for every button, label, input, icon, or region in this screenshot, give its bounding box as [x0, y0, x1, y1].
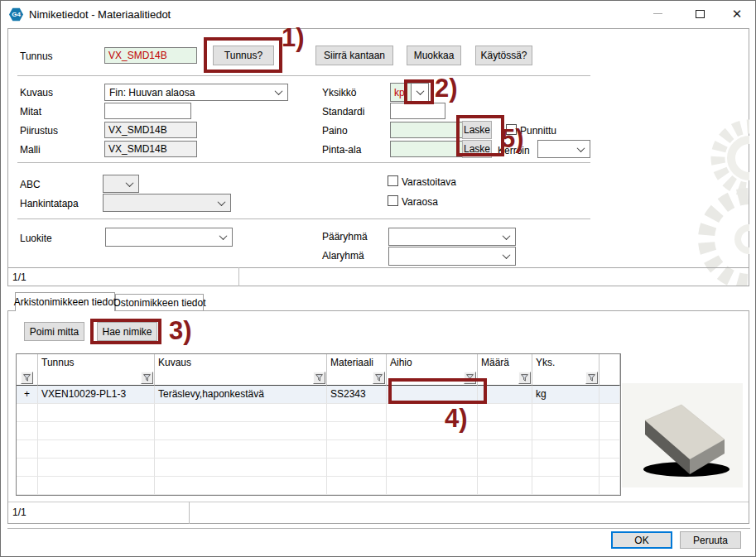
maximize-icon — [696, 10, 705, 18]
yksikko-label: Yksikkö — [322, 87, 356, 98]
abc-combobox[interactable] — [103, 175, 139, 193]
standardi-label: Standardi — [322, 106, 364, 118]
mitat-field[interactable] — [104, 103, 191, 119]
chevron-down-icon — [577, 144, 585, 152]
paaryhma-combobox[interactable] — [388, 228, 516, 246]
annotation-box-1-tunnus-button — [204, 37, 282, 73]
punnittu-label: Punnittu — [520, 125, 556, 137]
ok-button[interactable]: OK — [611, 531, 672, 549]
annotation-box-2-yksikko-dropdown — [404, 79, 434, 104]
annotation-box-3-hae-nimike — [90, 319, 161, 344]
separator — [17, 75, 590, 76]
annotation-label-2: 2) — [435, 75, 458, 101]
kuvaus-value: Fin: Huuvan alaosa — [109, 87, 195, 98]
muokkaa-button[interactable]: Muokkaa — [407, 46, 461, 65]
kaytossa-button[interactable]: Käytössä? — [475, 46, 532, 65]
separator — [17, 218, 590, 219]
tab-ostonimikkeen-tiedot[interactable]: Ostonimikkeen tiedot — [115, 294, 204, 311]
annotation-box-5-laske-buttons — [456, 115, 504, 156]
chevron-down-icon — [503, 232, 511, 240]
standardi-field[interactable] — [390, 103, 445, 119]
status-divider — [238, 267, 239, 286]
pinta-ala-label: Pinta-ala — [322, 144, 361, 156]
tab-label: Arkistonimikkeen tiedot — [14, 296, 116, 308]
close-icon: ✕ — [732, 7, 743, 22]
form-record-status: 1/1 — [12, 271, 26, 283]
annotation-label-1: 1) — [282, 25, 305, 50]
varaosa-checkbox[interactable] — [388, 195, 398, 206]
mitat-label: Mitat — [20, 106, 41, 118]
hankintatapa-combobox[interactable] — [103, 194, 231, 212]
tunnus-label: Tunnus — [20, 50, 53, 62]
piirustus-label: Piirustus — [20, 125, 58, 137]
title-bar: G4 Nimiketiedot - Materiaalitiedot ✕ — [1, 1, 755, 27]
cancel-button[interactable]: Peruuta — [680, 531, 741, 549]
tab-label: Ostonimikkeen tiedot — [113, 297, 205, 309]
siirra-kantaan-button[interactable]: Siirrä kantaan — [315, 46, 393, 65]
chevron-down-icon — [275, 87, 283, 95]
chevron-down-icon — [219, 232, 228, 240]
separator — [8, 502, 749, 502]
maximize-button[interactable] — [686, 5, 714, 22]
chevron-down-icon — [503, 251, 511, 259]
app-icon: G4 — [9, 7, 23, 22]
varaosa-label: Varaosa — [402, 196, 438, 208]
malli-field[interactable]: VX_SMD14B — [104, 141, 197, 157]
poimi-mitta-button[interactable]: Poimi mitta — [24, 322, 84, 341]
separator — [17, 162, 590, 163]
annotation-label-5: 5) — [501, 126, 524, 151]
window-title: Nimiketiedot - Materiaalitiedot — [29, 8, 171, 21]
piirustus-field[interactable]: VX_SMD14B — [104, 122, 197, 138]
alaryhma-label: Alaryhmä — [322, 250, 364, 262]
varastoitava-label: Varastoitava — [402, 176, 456, 188]
active-tab-connector — [16, 310, 114, 312]
alaryhma-combobox[interactable] — [388, 247, 516, 266]
paaryhma-label: Pääryhmä — [322, 231, 368, 242]
close-button[interactable]: ✕ — [723, 5, 751, 22]
kuvaus-label: Kuvaus — [20, 87, 53, 98]
annotation-label-3: 3) — [169, 318, 192, 343]
separator — [7, 267, 749, 268]
chevron-down-icon — [218, 198, 226, 206]
abc-label: ABC — [20, 179, 41, 190]
tab-arkistonimikkeen-tiedot[interactable]: Arkistonimikkeen tiedot — [15, 292, 115, 311]
paino-label: Paino — [322, 125, 348, 137]
luokite-combobox[interactable] — [105, 228, 233, 247]
kerroin-combobox[interactable] — [537, 140, 590, 158]
varastoitava-checkbox[interactable] — [388, 175, 398, 186]
minimize-button[interactable] — [643, 5, 672, 22]
luokite-label: Luokite — [20, 233, 52, 244]
annotation-box-4-aihio-cell — [388, 378, 487, 404]
hankintatapa-label: Hankintatapa — [20, 198, 79, 209]
annotation-label-4: 4) — [445, 406, 468, 431]
material-form-panel — [7, 28, 749, 286]
table-record-status: 1/1 — [12, 507, 26, 518]
separator — [7, 528, 750, 529]
kuvaus-combobox[interactable]: Fin: Huuvan alaosa — [104, 84, 288, 101]
dialog-nimiketiedot: G4 Nimiketiedot - Materiaalitiedot ✕ Tun… — [0, 0, 756, 557]
malli-label: Malli — [20, 144, 41, 156]
chevron-down-icon — [126, 179, 134, 187]
minimize-icon — [653, 13, 662, 14]
status-divider — [189, 502, 190, 524]
tunnus-field[interactable]: VX_SMD14B — [104, 47, 197, 64]
